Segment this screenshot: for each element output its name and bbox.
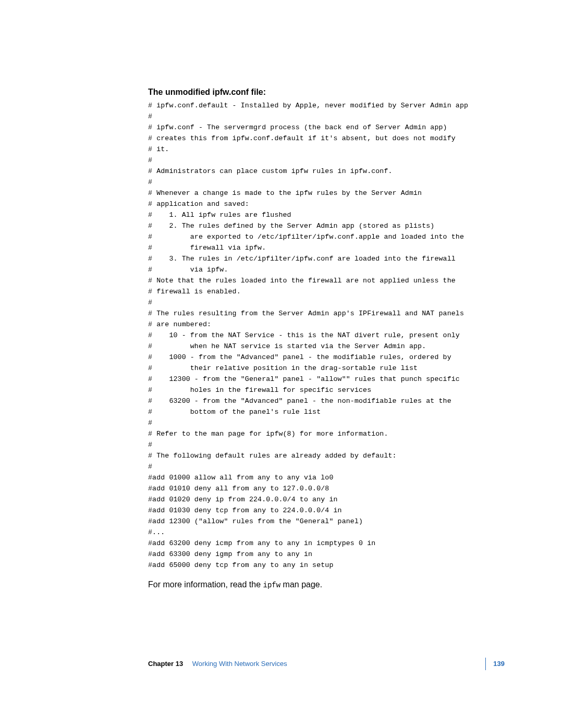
footer-left: Chapter 13 Working With Network Services (148, 656, 287, 672)
footer-divider (485, 658, 486, 670)
page-footer: Chapter 13 Working With Network Services… (148, 656, 505, 672)
footnote-text-after: man page. (280, 580, 322, 589)
page-number: 139 (493, 656, 505, 672)
footnote-paragraph: For more information, read the ipfw man … (148, 580, 505, 589)
section-heading: The unmodified ipfw.conf file: (148, 88, 505, 97)
inline-code: ipfw (263, 581, 281, 589)
page: The unmodified ipfw.conf file: # ipfw.co… (0, 0, 563, 728)
chapter-title: Working With Network Services (192, 660, 287, 668)
code-listing: # ipfw.conf.default - Installed by Apple… (148, 100, 505, 571)
footnote-text-before: For more information, read the (148, 580, 263, 589)
chapter-label: Chapter 13 (148, 660, 183, 668)
